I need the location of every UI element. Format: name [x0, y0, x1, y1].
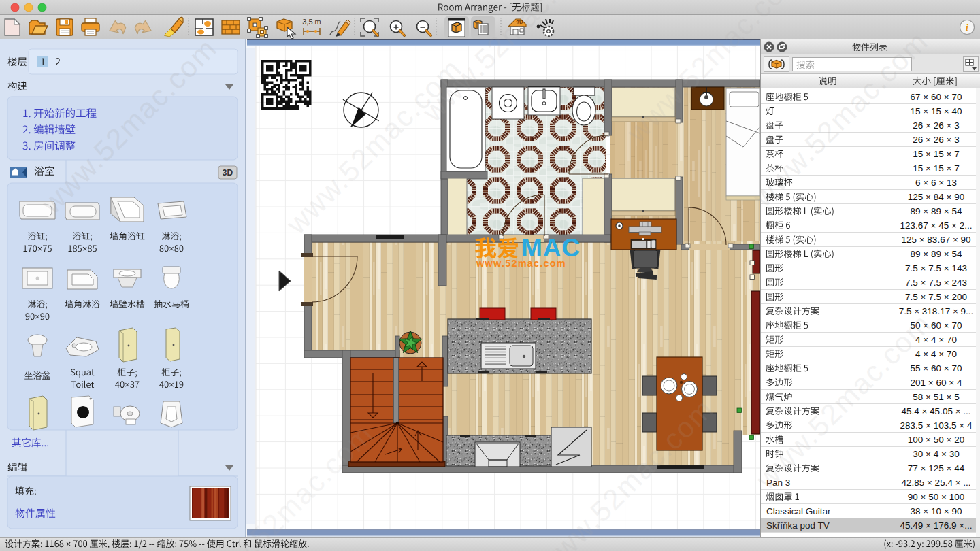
svg-text:3D: 3D	[516, 18, 524, 26]
svg-text:3,5 m: 3,5 m	[302, 18, 321, 26]
svg-text:3D: 3D	[223, 168, 233, 178]
svg-text:i: i	[966, 22, 968, 33]
